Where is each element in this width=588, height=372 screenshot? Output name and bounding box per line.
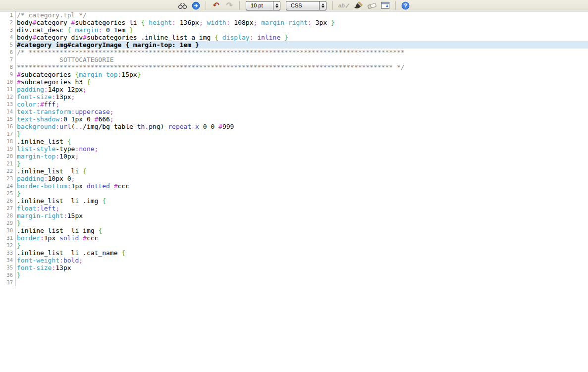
code-line[interactable]: 28margin-right:15px	[0, 212, 588, 219]
line-number: 19	[0, 145, 15, 153]
code-line[interactable]: 7 SOTTOCATEGORIE	[0, 56, 588, 63]
code-text[interactable]: }	[15, 242, 588, 249]
code-line[interactable]: 1/* category.tpl */	[0, 11, 588, 19]
code-text[interactable]	[15, 279, 588, 286]
code-text[interactable]: body#category #subcategories li { height…	[15, 19, 588, 26]
find-binoculars-icon[interactable]	[177, 0, 188, 10]
code-text[interactable]: SOTTOCATEGORIE	[15, 56, 588, 63]
code-line[interactable]: 23padding:10px 0;	[0, 175, 588, 182]
code-line[interactable]: 32}	[0, 242, 588, 249]
code-text[interactable]: text-transform:uppercase;	[15, 108, 588, 115]
code-text[interactable]: body#category div#subcategories .inline_…	[15, 34, 588, 41]
code-line[interactable]: 36}	[0, 271, 588, 279]
code-text[interactable]: margin-right:15px	[15, 212, 588, 219]
code-token: .	[145, 123, 149, 130]
code-text[interactable]: background:url(../img/bg_table_th.png) r…	[15, 123, 588, 130]
code-line[interactable]: 35font-size:13px	[0, 264, 588, 271]
code-token: {	[67, 138, 71, 145]
code-token	[110, 182, 114, 190]
code-line[interactable]: 14text-transform:uppercase;	[0, 108, 588, 115]
code-line[interactable]: 24border-bottom:1px dotted #ccc	[0, 182, 588, 190]
code-text[interactable]: /* category.tpl */	[15, 11, 588, 19]
code-line[interactable]: 37	[0, 279, 588, 286]
code-text[interactable]: float:left;	[15, 205, 588, 212]
code-token: 0 0	[199, 123, 218, 130]
code-text[interactable]: }	[15, 219, 588, 227]
code-editor[interactable]: 1/* category.tpl */2body#category #subca…	[0, 11, 588, 286]
code-line[interactable]: 31border:1px solid #ccc	[0, 234, 588, 242]
code-text[interactable]: .inline_list li {	[15, 167, 588, 175]
eraser-icon[interactable]	[367, 0, 377, 10]
pencil-icon	[345, 3, 350, 8]
code-line[interactable]: 5#category img#categoryImage { margin-to…	[0, 41, 588, 49]
code-line[interactable]: 27float:left;	[0, 205, 588, 212]
code-token: fff	[44, 101, 55, 108]
code-line[interactable]: 26.inline_list li .img {	[0, 197, 588, 205]
code-text[interactable]: /* *************************************…	[15, 49, 588, 56]
code-text[interactable]: .inline_list li .cat_name {	[15, 249, 588, 257]
code-text[interactable]: div.cat_desc { margin: 0 1em }	[15, 26, 588, 34]
undo-icon[interactable]: ↶	[211, 0, 221, 10]
code-line[interactable]: 29}	[0, 219, 588, 227]
code-text[interactable]: .inline_list li .img {	[15, 197, 588, 205]
code-line[interactable]: 33.inline_list li .cat_name {	[0, 249, 588, 257]
go-arrow-icon[interactable]	[190, 0, 201, 10]
code-token: png)	[149, 123, 168, 130]
code-token: {	[121, 249, 125, 257]
code-text[interactable]: #subcategories {margin-top:15px}	[15, 71, 588, 78]
code-text[interactable]: margin-top:10px;	[15, 153, 588, 160]
code-line[interactable]: 18.inline_list {	[0, 138, 588, 145]
code-line[interactable]: 10#subcategories h3 {	[0, 78, 588, 86]
code-line[interactable]: 3div.cat_desc { margin: 0 1em }	[0, 26, 588, 34]
code-text[interactable]: color:#fff;	[15, 101, 588, 108]
code-text[interactable]: }	[15, 190, 588, 197]
brush-icon[interactable]	[353, 0, 364, 10]
code-line[interactable]: 2body#category #subcategories li { heigh…	[0, 19, 588, 26]
code-text[interactable]: }	[15, 271, 588, 279]
code-text[interactable]: font-size:13px;	[15, 93, 588, 101]
code-line[interactable]: 9#subcategories {margin-top:15px}	[0, 71, 588, 78]
code-line[interactable]: 11padding:14px 12px;	[0, 86, 588, 93]
font-size-dropdown[interactable]: 10 pt	[246, 1, 280, 10]
toolbar-separator	[239, 1, 240, 10]
code-text[interactable]: }	[15, 160, 588, 167]
code-line[interactable]: 25}	[0, 190, 588, 197]
code-line[interactable]: 21}	[0, 160, 588, 167]
code-text[interactable]: padding:10px 0;	[15, 175, 588, 182]
code-text[interactable]: font-size:13px	[15, 264, 588, 271]
code-text[interactable]: border-bottom:1px dotted #ccc	[15, 182, 588, 190]
code-text[interactable]: }	[15, 130, 588, 138]
code-line[interactable]: 6/* ************************************…	[0, 49, 588, 56]
code-text[interactable]: .inline_list li img {	[15, 227, 588, 234]
code-line[interactable]: 34font-weight:bold;	[0, 257, 588, 264]
code-line[interactable]: 4body#category div#subcategories .inline…	[0, 34, 588, 41]
line-number: 32	[0, 242, 15, 249]
code-text[interactable]: text-shadow:0 1px 0 #666;	[15, 115, 588, 123]
help-icon[interactable]: ?	[400, 0, 411, 10]
code-text[interactable]: border:1px solid #ccc	[15, 234, 588, 242]
code-text[interactable]: font-weight:bold;	[15, 257, 588, 264]
code-token: :	[36, 101, 40, 108]
code-token: :	[172, 19, 176, 26]
code-line[interactable]: 20margin-top:10px;	[0, 153, 588, 160]
syntax-dropdown[interactable]: CSS	[286, 1, 326, 10]
code-token: #	[32, 19, 36, 26]
code-line[interactable]: 12font-size:13px;	[0, 93, 588, 101]
code-line[interactable]: 13color:#fff;	[0, 101, 588, 108]
code-text[interactable]: .inline_list {	[15, 138, 588, 145]
code-text[interactable]: ****************************************…	[15, 63, 588, 71]
code-line[interactable]: 19list-style-type:none;	[0, 145, 588, 153]
code-line[interactable]: 17}	[0, 130, 588, 138]
code-line[interactable]: 8***************************************…	[0, 63, 588, 71]
code-text[interactable]: list-style-type:none;	[15, 145, 588, 153]
code-text[interactable]: padding:14px 12px;	[15, 86, 588, 93]
code-text[interactable]: #subcategories h3 {	[15, 78, 588, 86]
panel-icon[interactable]	[380, 0, 391, 10]
code-text[interactable]: #category img#categoryImage { margin-top…	[15, 41, 588, 49]
line-number: 34	[0, 257, 15, 264]
code-line[interactable]: 30.inline_list li img {	[0, 227, 588, 234]
code-line[interactable]: 16background:url(../img/bg_table_th.png)…	[0, 123, 588, 130]
code-token: }	[17, 219, 21, 227]
code-line[interactable]: 22.inline_list li {	[0, 167, 588, 175]
code-line[interactable]: 15text-shadow:0 1px 0 #666;	[0, 115, 588, 123]
